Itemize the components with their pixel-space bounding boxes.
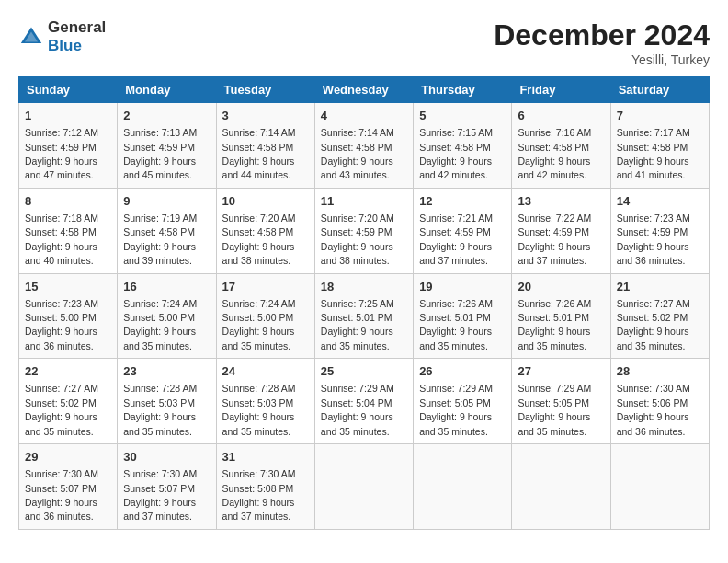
calendar-cell: 20Sunrise: 7:26 AM Sunset: 5:01 PM Dayli…: [512, 273, 610, 359]
day-number: 19: [419, 279, 506, 295]
calendar-cell: 12Sunrise: 7:21 AM Sunset: 4:59 PM Dayli…: [414, 188, 512, 273]
header-saturday: Saturday: [610, 77, 709, 103]
logo-icon: [18, 24, 44, 50]
day-info: Sunrise: 7:27 AM Sunset: 5:02 PM Dayligh…: [617, 298, 690, 351]
day-info: Sunrise: 7:24 AM Sunset: 5:00 PM Dayligh…: [123, 298, 197, 351]
calendar-cell: 23Sunrise: 7:28 AM Sunset: 5:03 PM Dayli…: [118, 359, 216, 444]
page-header: General Blue December 2024 Yesilli, Turk…: [18, 18, 710, 67]
day-info: Sunrise: 7:12 AM Sunset: 4:59 PM Dayligh…: [25, 127, 98, 180]
calendar-cell: 11Sunrise: 7:20 AM Sunset: 4:59 PM Dayli…: [314, 188, 413, 273]
week-row-5: 29Sunrise: 7:30 AM Sunset: 5:07 PM Dayli…: [19, 444, 710, 530]
calendar-cell: 7Sunrise: 7:17 AM Sunset: 4:58 PM Daylig…: [610, 103, 709, 189]
week-row-2: 8Sunrise: 7:18 AM Sunset: 4:58 PM Daylig…: [19, 188, 710, 273]
day-number: 7: [617, 108, 703, 124]
calendar-cell: 6Sunrise: 7:16 AM Sunset: 4:58 PM Daylig…: [512, 103, 610, 189]
day-number: 5: [419, 108, 506, 124]
calendar-cell: 4Sunrise: 7:14 AM Sunset: 4:58 PM Daylig…: [314, 103, 413, 189]
day-number: 18: [321, 279, 407, 295]
day-info: Sunrise: 7:25 AM Sunset: 5:01 PM Dayligh…: [321, 298, 394, 351]
day-number: 15: [25, 279, 111, 295]
day-number: 16: [123, 279, 210, 295]
calendar-cell: 19Sunrise: 7:26 AM Sunset: 5:01 PM Dayli…: [414, 273, 512, 359]
calendar-cell: 5Sunrise: 7:15 AM Sunset: 4:58 PM Daylig…: [414, 103, 512, 189]
calendar-cell: 14Sunrise: 7:23 AM Sunset: 4:59 PM Dayli…: [610, 188, 709, 273]
calendar-cell: 25Sunrise: 7:29 AM Sunset: 5:04 PM Dayli…: [314, 359, 413, 444]
logo-blue: Blue: [48, 37, 82, 54]
calendar-cell: [414, 444, 512, 530]
day-info: Sunrise: 7:20 AM Sunset: 4:58 PM Dayligh…: [222, 213, 296, 266]
day-info: Sunrise: 7:18 AM Sunset: 4:58 PM Dayligh…: [25, 213, 98, 266]
week-row-4: 22Sunrise: 7:27 AM Sunset: 5:02 PM Dayli…: [19, 359, 710, 444]
calendar-cell: 17Sunrise: 7:24 AM Sunset: 5:00 PM Dayli…: [216, 273, 314, 359]
day-number: 13: [518, 193, 604, 210]
calendar-cell: 13Sunrise: 7:22 AM Sunset: 4:59 PM Dayli…: [512, 188, 610, 273]
calendar-cell: 9Sunrise: 7:19 AM Sunset: 4:58 PM Daylig…: [118, 188, 216, 273]
calendar-cell: 2Sunrise: 7:13 AM Sunset: 4:59 PM Daylig…: [118, 103, 216, 189]
day-number: 20: [518, 279, 604, 295]
day-info: Sunrise: 7:14 AM Sunset: 4:58 PM Dayligh…: [321, 127, 394, 180]
day-number: 3: [222, 108, 309, 124]
day-number: 12: [419, 193, 506, 210]
day-info: Sunrise: 7:29 AM Sunset: 5:05 PM Dayligh…: [419, 383, 493, 436]
day-number: 31: [222, 449, 309, 465]
calendar-cell: 31Sunrise: 7:30 AM Sunset: 5:08 PM Dayli…: [216, 444, 314, 530]
day-number: 24: [222, 363, 309, 380]
calendar-cell: 29Sunrise: 7:30 AM Sunset: 5:07 PM Dayli…: [19, 444, 118, 530]
location: Yesilli, Turkey: [494, 52, 710, 67]
calendar-cell: 27Sunrise: 7:29 AM Sunset: 5:05 PM Dayli…: [512, 359, 610, 444]
calendar-cell: 30Sunrise: 7:30 AM Sunset: 5:07 PM Dayli…: [118, 444, 216, 530]
calendar-cell: 10Sunrise: 7:20 AM Sunset: 4:58 PM Dayli…: [216, 188, 314, 273]
calendar-cell: 15Sunrise: 7:23 AM Sunset: 5:00 PM Dayli…: [19, 273, 118, 359]
calendar-cell: 3Sunrise: 7:14 AM Sunset: 4:58 PM Daylig…: [216, 103, 314, 189]
calendar-cell: 22Sunrise: 7:27 AM Sunset: 5:02 PM Dayli…: [19, 359, 118, 444]
header-monday: Monday: [118, 77, 216, 103]
calendar-cell: 8Sunrise: 7:18 AM Sunset: 4:58 PM Daylig…: [19, 188, 118, 273]
calendar-cell: 21Sunrise: 7:27 AM Sunset: 5:02 PM Dayli…: [610, 273, 709, 359]
day-number: 1: [25, 108, 111, 124]
day-info: Sunrise: 7:26 AM Sunset: 5:01 PM Dayligh…: [518, 298, 591, 351]
header-row: SundayMondayTuesdayWednesdayThursdayFrid…: [19, 77, 710, 103]
calendar-cell: [314, 444, 413, 530]
day-info: Sunrise: 7:29 AM Sunset: 5:05 PM Dayligh…: [518, 383, 591, 436]
calendar-cell: 28Sunrise: 7:30 AM Sunset: 5:06 PM Dayli…: [610, 359, 709, 444]
calendar-cell: 1Sunrise: 7:12 AM Sunset: 4:59 PM Daylig…: [19, 103, 118, 189]
day-info: Sunrise: 7:16 AM Sunset: 4:58 PM Dayligh…: [518, 127, 591, 180]
day-number: 21: [617, 279, 703, 295]
header-thursday: Thursday: [414, 77, 512, 103]
day-info: Sunrise: 7:17 AM Sunset: 4:58 PM Dayligh…: [617, 127, 690, 180]
day-info: Sunrise: 7:23 AM Sunset: 4:59 PM Dayligh…: [617, 213, 690, 266]
day-info: Sunrise: 7:19 AM Sunset: 4:58 PM Dayligh…: [123, 213, 197, 266]
day-number: 30: [123, 449, 210, 465]
day-info: Sunrise: 7:22 AM Sunset: 4:59 PM Dayligh…: [518, 213, 591, 266]
day-info: Sunrise: 7:30 AM Sunset: 5:07 PM Dayligh…: [123, 468, 197, 522]
day-info: Sunrise: 7:13 AM Sunset: 4:59 PM Dayligh…: [123, 127, 197, 180]
calendar-cell: 26Sunrise: 7:29 AM Sunset: 5:05 PM Dayli…: [414, 359, 512, 444]
logo: General Blue: [18, 18, 106, 55]
day-number: 10: [222, 193, 309, 210]
day-info: Sunrise: 7:26 AM Sunset: 5:01 PM Dayligh…: [419, 298, 493, 351]
day-info: Sunrise: 7:28 AM Sunset: 5:03 PM Dayligh…: [222, 383, 296, 436]
day-info: Sunrise: 7:30 AM Sunset: 5:07 PM Dayligh…: [25, 468, 98, 522]
header-tuesday: Tuesday: [216, 77, 314, 103]
day-number: 25: [321, 363, 407, 380]
calendar-cell: 18Sunrise: 7:25 AM Sunset: 5:01 PM Dayli…: [314, 273, 413, 359]
day-info: Sunrise: 7:27 AM Sunset: 5:02 PM Dayligh…: [25, 383, 98, 436]
logo-general: General: [48, 18, 106, 36]
day-number: 22: [25, 363, 111, 380]
header-sunday: Sunday: [19, 77, 118, 103]
day-number: 26: [419, 363, 506, 380]
day-number: 2: [123, 108, 210, 124]
calendar-cell: [610, 444, 709, 530]
header-friday: Friday: [512, 77, 610, 103]
day-number: 4: [321, 108, 407, 124]
day-number: 27: [518, 363, 604, 380]
day-info: Sunrise: 7:14 AM Sunset: 4:58 PM Dayligh…: [222, 127, 296, 180]
day-number: 9: [123, 193, 210, 210]
day-number: 8: [25, 193, 111, 210]
day-number: 6: [518, 108, 604, 124]
title-block: December 2024 Yesilli, Turkey: [494, 18, 710, 67]
day-info: Sunrise: 7:24 AM Sunset: 5:00 PM Dayligh…: [222, 298, 296, 351]
week-row-3: 15Sunrise: 7:23 AM Sunset: 5:00 PM Dayli…: [19, 273, 710, 359]
day-info: Sunrise: 7:28 AM Sunset: 5:03 PM Dayligh…: [123, 383, 197, 436]
calendar-cell: [512, 444, 610, 530]
